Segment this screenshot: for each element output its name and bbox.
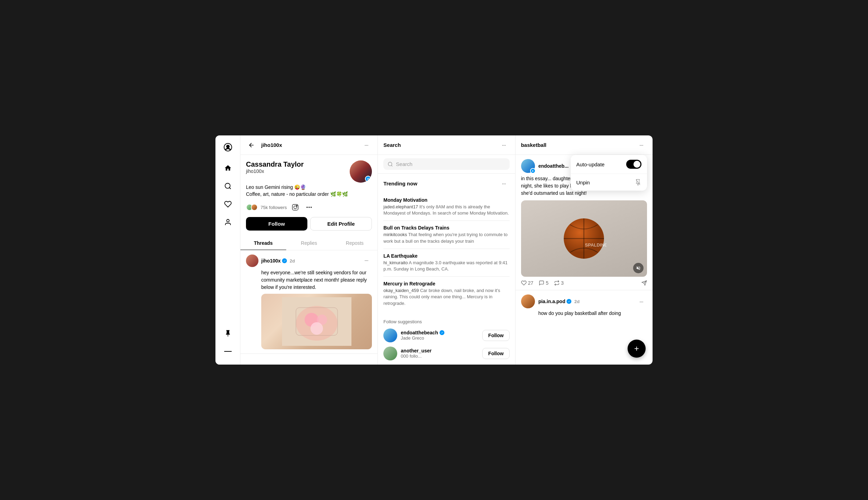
post-verified — [282, 258, 287, 263]
profile-col-header: jiho100x ··· — [240, 135, 377, 155]
bball-post2-header: pia.in.a.pod 2d ··· — [521, 294, 647, 308]
auto-update-item[interactable]: Auto-update — [571, 155, 647, 174]
tab-replies[interactable]: Replies — [286, 236, 332, 250]
comment-icon — [539, 280, 544, 286]
dropdown-menu: Auto-update Unpin — [571, 155, 647, 191]
post-header: jiho100x 2d ··· — [246, 255, 372, 267]
edit-profile-button[interactable]: Edit Profile — [310, 217, 372, 231]
suggestion-item-1: endoatthebeach Jade Greco Follow — [383, 328, 509, 347]
sidebar-item-activity[interactable] — [220, 197, 236, 212]
tab-reposts[interactable]: Reposts — [332, 236, 378, 250]
unpin-item[interactable]: Unpin — [571, 174, 647, 191]
trending-section: Trending now ··· Monday Motivation jaded… — [378, 174, 515, 315]
thread-post-1: jiho100x 2d ··· hey everyone...we're sti… — [240, 250, 377, 354]
unpin-icon — [635, 179, 641, 186]
auto-update-toggle[interactable] — [626, 160, 641, 169]
heart-icon — [521, 280, 527, 286]
post-text: hey everyone...we're still seeking vendo… — [261, 269, 372, 291]
suggestions-title: Follow suggestions — [383, 319, 509, 324]
post-more-button[interactable]: ··· — [361, 255, 372, 266]
follow-button[interactable]: Follow — [246, 217, 307, 231]
profile-scroll[interactable]: Cassandra Taylor jiho100x — [240, 155, 377, 365]
search-input[interactable] — [396, 161, 505, 167]
bball2-avatar — [521, 294, 535, 308]
bball2-text: how do you play basketball after doing — [538, 310, 647, 317]
search-input-wrap — [383, 158, 509, 170]
search-col-header: Search ··· — [378, 135, 515, 155]
profile-tabs: Threads Replies Reposts — [240, 236, 377, 250]
sidebar-item-pin[interactable] — [220, 326, 236, 341]
header-back-group: jiho100x — [246, 140, 282, 151]
bball-username-1: endoattheb... — [538, 163, 569, 169]
bball-avatar-1: + — [521, 159, 535, 173]
follow-suggestions: Follow suggestions endoatthebeach Jade G… — [378, 315, 515, 365]
sidebar-item-search[interactable] — [220, 178, 236, 194]
profile-name-group: Cassandra Taylor jiho100x — [246, 160, 304, 177]
trending-topic-3: LA Earthquake — [383, 253, 509, 259]
suggestion-avatar-1 — [383, 328, 397, 342]
more-social-icon[interactable] — [304, 202, 315, 213]
repost-button-1[interactable]: 3 — [554, 280, 564, 286]
profile-avatar — [350, 160, 372, 183]
trending-item-2: Bull on Tracks Delays Trains mirikitcook… — [383, 221, 509, 249]
mute-button[interactable] — [633, 263, 644, 273]
basketball-more-button[interactable]: ··· — [636, 140, 647, 151]
sidebar — [215, 135, 240, 365]
suggestion-name-1: endoatthebeach — [401, 330, 479, 335]
trending-item-3: LA Earthquake hi_kimuraito A magnitude 3… — [383, 249, 509, 277]
basketball-post-2: pia.in.a.pod 2d ··· how do you play bask… — [516, 290, 653, 324]
svg-point-1 — [227, 219, 229, 222]
suggestion-name-2: another_user — [401, 348, 479, 353]
profile-column: jiho100x ··· Cassandra Taylor jiho100x — [240, 135, 378, 365]
search-more-button[interactable]: ··· — [499, 140, 510, 151]
share-icon — [641, 280, 647, 286]
trending-header: Trending now ··· — [383, 178, 509, 189]
follow-suggestion-button-1[interactable]: Follow — [482, 330, 509, 341]
post-image-content — [261, 294, 372, 349]
trending-preview-3: hi_kimuraito A magnitude 3.0 earthquake … — [383, 260, 509, 272]
profile-stats: 75k followers — [246, 202, 372, 213]
search-col-title: Search — [383, 142, 401, 148]
sidebar-item-home[interactable] — [220, 160, 236, 176]
bball2-more-button[interactable]: ··· — [636, 296, 647, 307]
search-column: Search ··· Trending now ··· — [378, 135, 515, 365]
svg-point-8 — [310, 207, 312, 208]
back-button[interactable] — [246, 140, 257, 151]
basketball-column: basketball ··· Auto-update Unpin — [516, 135, 653, 365]
svg-point-15 — [388, 162, 392, 166]
profile-actions: Follow Edit Profile — [246, 217, 372, 231]
trending-topic-2: Bull on Tracks Delays Trains — [383, 225, 509, 231]
post-image — [261, 294, 372, 349]
svg-text:SPALDING: SPALDING — [585, 242, 606, 248]
columns-container: jiho100x ··· Cassandra Taylor jiho100x — [240, 135, 653, 365]
search-icon — [388, 161, 393, 167]
search-bar — [378, 155, 515, 174]
sidebar-item-profile[interactable] — [220, 215, 236, 230]
follow-suggestion-button-2[interactable]: Follow — [482, 348, 509, 359]
bball2-time: 2d — [574, 299, 579, 304]
sidebar-item-dash[interactable] — [220, 344, 236, 359]
trending-title: Trending now — [383, 181, 417, 186]
trending-more[interactable]: ··· — [499, 178, 510, 189]
tab-threads[interactable]: Threads — [240, 236, 286, 250]
suggestion-avatar-2 — [383, 347, 397, 360]
basketball-col-header: basketball ··· — [516, 135, 653, 155]
bball2-username: pia.in.a.pod 2d — [538, 299, 580, 304]
trending-item-1: Monday Motivation jaded.elephant17 It's … — [383, 193, 509, 221]
post-user-info: jiho100x 2d — [246, 255, 295, 267]
suggestion-sub-2: 000 follo... — [401, 353, 479, 359]
share-button-1[interactable] — [641, 280, 647, 286]
thread-list: jiho100x 2d ··· hey everyone...we're sti… — [240, 250, 377, 354]
bball2-verified — [567, 299, 571, 304]
followers-avatars — [246, 204, 258, 211]
search-scroll[interactable]: Trending now ··· Monday Motivation jaded… — [378, 174, 515, 365]
like-button-1[interactable]: 27 — [521, 280, 534, 286]
comment-button-1[interactable]: 5 — [539, 280, 548, 286]
profile-more-button[interactable]: ··· — [361, 140, 372, 151]
fab-button[interactable]: + — [628, 340, 646, 358]
profile-section: Cassandra Taylor jiho100x — [240, 155, 377, 236]
profile-col-title: jiho100x — [261, 142, 282, 148]
bball-post2-user-wrap: pia.in.a.pod 2d — [521, 294, 580, 308]
basketball-svg: SPALDING — [561, 216, 606, 261]
instagram-icon[interactable] — [290, 202, 301, 213]
